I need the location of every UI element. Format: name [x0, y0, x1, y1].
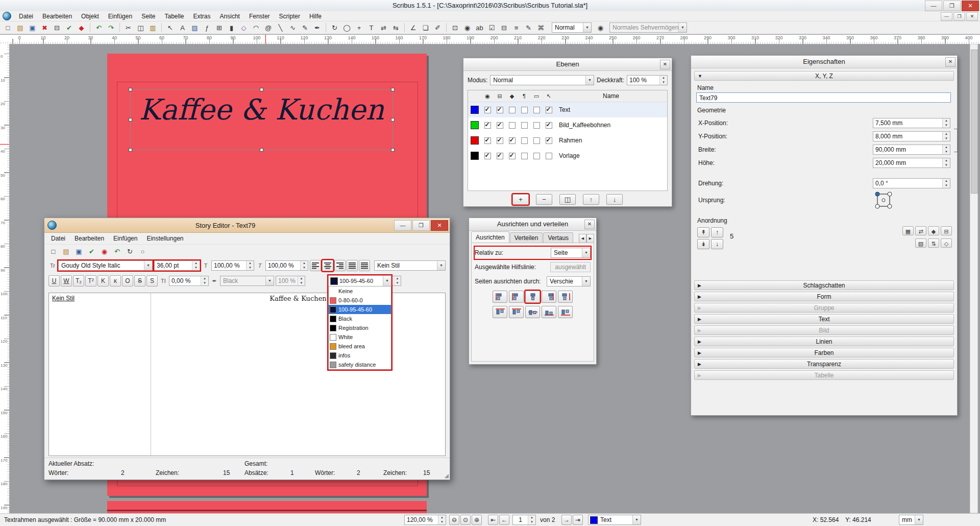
load-text-icon[interactable]: ▤	[60, 246, 72, 257]
breite-spinner[interactable]: 90,000 mm▲▼	[873, 145, 950, 155]
pdf-list-box-icon[interactable]: ≡	[510, 22, 522, 34]
print-icon[interactable]: ⊟	[51, 22, 63, 34]
font-family-dropdown[interactable]: Goudy Old Style Italic▼	[58, 260, 153, 271]
group-icon[interactable]: ▦	[902, 226, 914, 235]
paragraph-style-entry[interactable]: Kein Stil	[52, 295, 75, 302]
section-transparenz-header[interactable]: ▶Transparenz	[694, 359, 954, 369]
canvas-vertical-scrollbar[interactable]	[970, 44, 978, 513]
layer-checkbox[interactable]	[484, 107, 491, 113]
align-justify-icon[interactable]	[347, 260, 358, 271]
flip-vertical-icon[interactable]: ⇅	[928, 238, 939, 248]
insert-line-icon[interactable]: ╲	[275, 22, 286, 34]
pdf-radio-button-icon[interactable]: ◉	[461, 22, 473, 34]
exit-without-update-icon[interactable]: ◉	[99, 246, 110, 257]
outline-text-icon[interactable]: O	[122, 275, 133, 286]
preview-mode-icon[interactable]: ◉	[595, 22, 606, 34]
insert-spiral-icon[interactable]: @	[262, 22, 274, 34]
properties-panel-close-icon[interactable]: ✕	[945, 57, 955, 67]
layers-list[interactable]: ◉⊟◆¶▭↖Name TextBild_KaffeebohnenRahmenVo…	[468, 90, 668, 191]
layer-checkbox[interactable]	[497, 153, 503, 159]
paragraph-styles-column[interactable]: Kein Stil	[49, 293, 151, 456]
pdf-combo-box-icon[interactable]: ⊟	[498, 22, 510, 34]
align-left-edge-button[interactable]	[493, 291, 507, 303]
menu-hilfe[interactable]: Hilfe	[305, 12, 326, 21]
layer-checkbox[interactable]	[533, 122, 540, 129]
resize-grip[interactable]: ◢	[445, 472, 449, 479]
align-right-button[interactable]	[542, 291, 556, 303]
layers-panel-titlebar[interactable]: Ebenen ✕	[463, 58, 672, 71]
fill-color-dropdown[interactable]: 100-95-45-60 ▼	[328, 275, 391, 286]
all-caps-icon[interactable]: K	[97, 275, 109, 286]
zoom-icon[interactable]: ◯	[341, 22, 353, 34]
story-maximize-button[interactable]: ❐	[412, 220, 430, 231]
layer-row[interactable]: Text	[468, 102, 667, 117]
insert-bezier-icon[interactable]: ∿	[287, 22, 299, 34]
menu-seite[interactable]: Seite	[137, 12, 160, 21]
export-pdf-icon[interactable]: ◆	[76, 22, 87, 34]
window-minimize-button[interactable]: —	[925, 1, 942, 11]
menu-fenster[interactable]: Fenster	[244, 12, 275, 21]
vertical-ruler[interactable]: 0102030405060708090100110120130140150160…	[0, 44, 10, 513]
color-list-item[interactable]: Registration	[329, 323, 391, 332]
horizontal-ruler[interactable]: 0102030405060708090100110120130140150160…	[0, 35, 980, 44]
layer-checkbox[interactable]	[497, 107, 503, 113]
open-document-icon[interactable]: ▤	[14, 22, 26, 34]
zoom-100-icon[interactable]: ⊙	[460, 515, 471, 525]
lock-icon[interactable]: ◆	[928, 226, 939, 235]
insert-arc-icon[interactable]: ◠	[250, 22, 262, 34]
align-center-v-button[interactable]	[525, 306, 540, 318]
align-top-edge-button[interactable]	[493, 306, 507, 318]
align-bottom-button[interactable]	[542, 306, 556, 318]
lower-to-bottom-button[interactable]: ↡	[697, 239, 709, 249]
layer-color-swatch[interactable]	[471, 152, 479, 160]
selection-handle[interactable]	[260, 88, 263, 91]
layer-checkbox[interactable]	[546, 107, 552, 113]
vision-defect-dropdown[interactable]: Normales Sehvermögen▼	[609, 22, 687, 33]
tab-scroll-left-icon[interactable]: ◀	[579, 234, 586, 243]
color-list-item[interactable]: infos	[329, 351, 391, 360]
align-left-button[interactable]	[509, 291, 524, 303]
menu-einfügen[interactable]: Einfügen	[104, 12, 137, 21]
section-farben-header[interactable]: ▶Farben	[694, 348, 954, 357]
layers-opacity-spinner[interactable]: 100 % ▲▼	[627, 75, 668, 85]
print-object-icon[interactable]: ⊟	[941, 226, 952, 235]
selected-text-frame[interactable]: Kaffee & Kuchen	[130, 89, 393, 150]
kerning-spinner[interactable]: 0,00 %▲▼	[169, 276, 209, 286]
section-xyz-header[interactable]: ▼ X, Y, Z	[694, 71, 954, 81]
layer-checkbox[interactable]	[546, 137, 552, 144]
align-right-edge-button[interactable]	[558, 291, 573, 303]
object-name-input[interactable]: Text79	[696, 92, 951, 103]
layer-checkbox[interactable]	[533, 153, 540, 159]
align-by-dropdown[interactable]: Verschie▼	[547, 276, 591, 286]
layer-checkbox[interactable]	[509, 122, 516, 129]
color-list-item[interactable]: Keine	[329, 286, 391, 296]
menu-datei[interactable]: Datei	[14, 12, 38, 21]
layer-checkbox[interactable]	[509, 137, 516, 144]
measurements-icon[interactable]: ∠	[407, 22, 419, 34]
frame-text[interactable]: Kaffee & Kuchen	[139, 93, 384, 126]
insert-calligraphic-icon[interactable]: ✒	[311, 22, 323, 34]
link-frames-icon[interactable]: ⇄	[378, 22, 389, 34]
layer-checkbox[interactable]	[521, 153, 528, 159]
unit-dropdown[interactable]: mm▼	[899, 515, 923, 525]
layers-mode-dropdown[interactable]: Normal▼	[490, 75, 594, 85]
preflight-verifier-icon[interactable]: ✔	[63, 22, 75, 34]
document-minimize-button[interactable]: —	[941, 12, 952, 21]
update-frame-icon[interactable]: ↻	[124, 246, 136, 257]
zoom-out-icon[interactable]: ⊖	[449, 515, 459, 525]
relative-to-dropdown[interactable]: Seite▼	[551, 248, 591, 258]
zoom-spinner[interactable]: 120,00 %▲▼	[404, 515, 446, 525]
font-size-spinner[interactable]: 36,00 pt▲▼	[154, 260, 200, 271]
story-menu-einfügen[interactable]: Einfügen	[109, 234, 142, 243]
align-panel-close-icon[interactable]: ✕	[584, 220, 595, 229]
layer-checkbox[interactable]	[484, 153, 491, 159]
insert-image-frame-icon[interactable]: ▨	[189, 22, 201, 34]
story-text[interactable]: Kaffee & Kuchen	[270, 295, 326, 302]
selection-handle[interactable]	[391, 118, 395, 122]
insert-text-frame-icon[interactable]: A	[177, 22, 188, 34]
search-replace-icon[interactable]: ○	[137, 246, 149, 257]
first-page-icon[interactable]: ⇤	[488, 515, 498, 525]
layer-row[interactable]: Bild_Kaffeebohnen	[468, 117, 667, 133]
align-center-h-button[interactable]	[525, 291, 540, 303]
layer-name[interactable]: Vorlage	[555, 152, 667, 159]
